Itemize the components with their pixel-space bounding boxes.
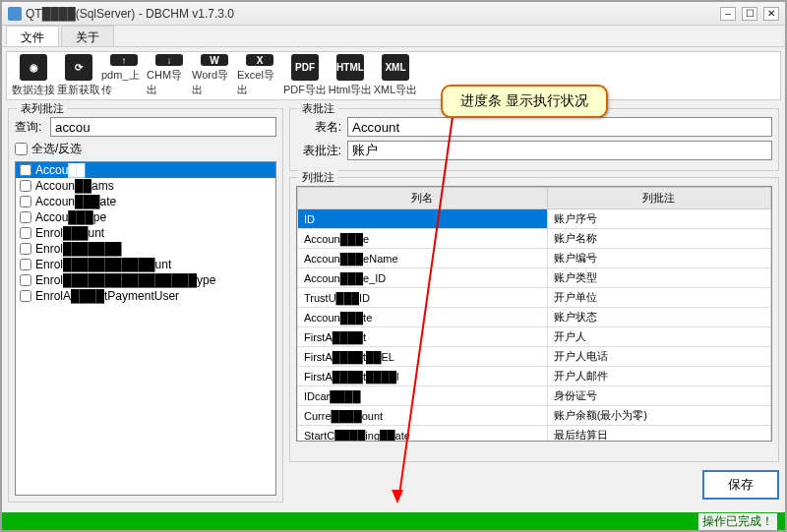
cell-colname: Accoun███eName [298,249,548,268]
cell-colcomment: 账户编号 [547,249,770,268]
list-item[interactable]: Accoun██ams [16,178,275,194]
progress-bar: 操作已完成！ [2,512,785,530]
list-item-checkbox[interactable] [20,227,31,239]
list-item-checkbox[interactable] [20,211,31,223]
cell-colname: IDcar████ [298,386,548,406]
table-column-comment-group: 表列批注 查询: 全选/反选 Accou██Accoun██amsAccoun█… [8,108,283,502]
status-text: 操作已完成！ [698,513,777,530]
tab-file[interactable]: 文件 [6,26,59,46]
list-item[interactable]: Accou██ [16,162,275,178]
cell-colcomment: 最后结算日 [547,426,770,443]
list-item-label: EnrolA████tPaymentUser [35,289,179,303]
list-item-checkbox[interactable] [20,274,31,286]
table-row[interactable]: FirstA████t████l开户人邮件 [298,367,771,386]
list-item-checkbox[interactable] [20,290,31,302]
table-row[interactable]: TrustU███ID开户单位 [298,288,771,308]
toolbar-html[interactable]: HTMLHtml导出 [328,54,373,97]
upload-icon: ↑ [110,54,138,66]
word-icon: W [201,54,228,66]
cell-colname: FirstA████t████l [298,367,548,386]
list-item[interactable]: Accoun███ate [16,194,275,209]
annotation-callout: 进度条 显示执行状况 [441,85,608,118]
tablecomment-label: 表批注: [296,143,341,159]
list-item-label: Enrol████████████████ype [35,273,215,287]
tablename-input[interactable] [347,117,772,137]
tab-about[interactable]: 关于 [61,26,114,46]
list-item-checkbox[interactable] [20,164,31,176]
col-header-name: 列名 [298,188,548,209]
toolbar-word[interactable]: WWord导出 [192,54,237,97]
list-item-checkbox[interactable] [20,243,31,255]
download-icon: ↓ [155,54,183,66]
right-group-title: 表批注 [298,101,338,116]
list-item[interactable]: Enrol███████████unt [16,257,275,272]
app-icon [8,7,22,21]
cell-colname: Accoun███e [298,229,548,249]
list-item[interactable]: Enrol████████████████ype [16,272,275,288]
list-item-checkbox[interactable] [20,259,31,270]
list-item-label: Accou███pe [35,210,106,224]
list-item[interactable]: EnrolA████tPaymentUser [16,288,275,304]
cell-colname: Curre████ount [298,406,548,426]
col-header-comment: 列批注 [547,188,770,209]
table-row[interactable]: ID账户序号 [298,209,771,229]
cell-colname: StartC████ing██ate [298,426,548,443]
pdf-icon: PDF [291,54,319,81]
table-row[interactable]: FirstA████t██EL开户人电话 [298,347,771,367]
column-comment-group: 列批注 列名 列批注 ID账户序号Accoun███e账户名称Accoun███… [289,177,779,462]
menu-tabs: 文件 关于 [2,26,785,47]
annotation-arrow-head [392,490,403,503]
list-item-label: Enrol███████████unt [35,258,171,271]
minimize-button[interactable]: – [720,7,736,21]
table-row[interactable]: Accoun███e账户名称 [298,229,771,249]
cell-colname: FirstA████t██EL [298,347,548,367]
refresh-icon: ⟳ [65,54,92,81]
select-all-label: 全选/反选 [31,141,82,157]
table-row[interactable]: IDcar████身份证号 [298,386,771,406]
table-list[interactable]: Accou██Accoun██amsAccoun███ateAccou███pe… [15,161,276,496]
table-row[interactable]: Accoun███te账户状态 [298,308,771,327]
toolbar-conn[interactable]: ◉数据连接 [11,54,56,97]
table-row[interactable]: FirstA████t开户人 [298,327,771,347]
list-item-checkbox[interactable] [20,196,31,207]
cell-colname: ID [298,209,548,229]
cell-colcomment: 账户类型 [547,268,770,288]
cell-colcomment: 开户单位 [547,288,770,308]
cell-colcomment: 账户状态 [547,308,770,327]
toolbar-chm[interactable]: ↓CHM导出 [147,54,192,97]
toolbar-xml[interactable]: XMLXML导出 [373,54,418,97]
table-row[interactable]: StartC████ing██ate最后结算日 [298,426,771,443]
table-row[interactable]: Accoun███eName账户编号 [298,249,771,268]
table-row[interactable]: Curre████ount账户余额(最小为零) [298,406,771,426]
list-item[interactable]: Enrol███████ [16,241,275,257]
toolbar-refresh[interactable]: ⟳重新获取 [56,54,101,97]
cell-colcomment: 账户名称 [547,229,770,249]
cell-colcomment: 身份证号 [547,386,770,406]
excel-icon: X [246,54,273,66]
toolbar-excel[interactable]: XExcel导出 [237,54,282,97]
list-item[interactable]: Accou███pe [16,209,275,225]
list-item[interactable]: Enrol███unt [16,225,275,241]
list-item-checkbox[interactable] [20,180,31,192]
toolbar-pdf[interactable]: PDFPDF导出 [282,54,328,97]
tablecomment-input[interactable] [347,141,772,160]
window-title: QT████(SqlServer) - DBCHM v1.7.3.0 [26,7,720,21]
save-button[interactable]: 保存 [702,470,779,500]
col-group-title: 列批注 [298,170,338,185]
list-item-label: Accou██ [35,163,85,177]
left-group-title: 表列批注 [17,101,68,116]
cell-colcomment: 开户人邮件 [547,367,770,386]
close-button[interactable]: ✕ [763,7,779,21]
table-row[interactable]: Accoun███e_ID账户类型 [298,268,771,288]
cell-colname: Accoun███e_ID [298,268,548,288]
toolbar-pdm[interactable]: ↑pdm_上传 [101,54,147,97]
select-all-checkbox[interactable] [15,143,28,155]
cell-colcomment: 开户人 [547,327,770,347]
db-icon: ◉ [20,54,47,81]
list-item-label: Enrol███unt [35,226,104,240]
list-item-label: Accoun██ams [35,179,114,193]
list-item-label: Accoun███ate [35,195,116,208]
maximize-button[interactable]: ☐ [742,7,757,21]
column-grid[interactable]: 列名 列批注 ID账户序号Accoun███e账户名称Accoun███eNam… [297,187,771,442]
query-input[interactable] [50,117,276,137]
